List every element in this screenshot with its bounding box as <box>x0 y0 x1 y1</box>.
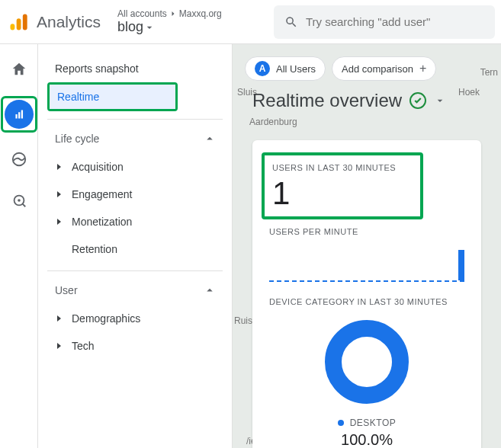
legend-label: DESKTOP <box>350 418 397 428</box>
svg-rect-1 <box>17 18 21 30</box>
topbar: Analytics All accounts Maxxq.org blog <box>0 0 501 44</box>
rail-reports[interactable] <box>5 100 34 129</box>
sidebar-item-label: Acquisition <box>72 161 124 173</box>
caret-right-icon <box>52 343 66 349</box>
legend-percent: 100.0% <box>341 431 393 448</box>
chevron-up-icon <box>203 132 217 146</box>
caret-right-icon <box>52 164 66 170</box>
sidebar-item-label: Realtime <box>57 91 99 103</box>
svg-point-9 <box>18 199 21 202</box>
device-label: DEVICE CATEGORY IN LAST 30 MINUTES <box>269 297 464 306</box>
report-sidebar: Reports snapshot Realtime Life cycle Acq… <box>38 44 233 448</box>
users-label: USERS IN LAST 30 MINUTES <box>272 163 396 172</box>
breadcrumb-account: Maxxq.org <box>179 8 222 19</box>
section-label: User <box>55 284 78 296</box>
search-input[interactable] <box>306 15 484 28</box>
search-bar[interactable] <box>274 5 495 39</box>
sidebar-item-demographics[interactable]: Demographics <box>47 305 223 332</box>
rail-home[interactable] <box>5 55 34 84</box>
svg-rect-4 <box>15 114 17 119</box>
highlight-reports <box>1 96 37 133</box>
account-selector[interactable]: All accounts Maxxq.org blog <box>117 8 222 35</box>
account-breadcrumb: All accounts Maxxq.org <box>117 8 222 19</box>
sidebar-item-label: Monetization <box>72 216 132 228</box>
brand-name: Analytics <box>37 13 101 31</box>
svg-rect-0 <box>11 24 15 30</box>
sidebar-item-engagement[interactable]: Engagement <box>47 181 223 208</box>
analytics-logo-icon <box>8 11 29 33</box>
chip-add-comparison[interactable]: Add comparison + <box>332 56 436 81</box>
donut-chart <box>325 320 409 404</box>
chevron-down-icon[interactable] <box>434 94 446 107</box>
caret-right-icon <box>52 191 66 197</box>
map-label: Tern <box>480 67 498 78</box>
comparison-chips: A All Users Add comparison + <box>245 56 436 81</box>
property-name: blog <box>117 19 143 35</box>
section-user[interactable]: User <box>47 271 223 305</box>
sidebar-item-label: Demographics <box>72 312 140 325</box>
sidebar-item-retention[interactable]: Retention <box>47 235 223 263</box>
sidebar-item-label: Tech <box>72 340 95 352</box>
legend-dot <box>338 420 344 426</box>
rail-explore[interactable] <box>5 145 34 174</box>
chip-all-users[interactable]: A All Users <box>245 56 326 81</box>
breadcrumb-all: All accounts <box>117 8 167 19</box>
chevron-up-icon <box>203 283 217 297</box>
map-label: Aardenburg <box>249 117 297 127</box>
sidebar-item-monetization[interactable]: Monetization <box>47 208 223 235</box>
page-title: Realtime overview <box>252 90 402 111</box>
sidebar-item-realtime[interactable]: Realtime <box>50 85 175 109</box>
legend: DESKTOP <box>338 418 397 428</box>
caret-down-icon <box>143 21 156 34</box>
users-per-minute-chart <box>269 247 464 282</box>
left-rail <box>0 44 38 448</box>
sidebar-item-label: Reports snapshot <box>55 62 139 75</box>
sidebar-item-snapshot[interactable]: Reports snapshot <box>38 55 223 82</box>
chip-label: Add comparison <box>342 63 413 75</box>
highlight-users: USERS IN LAST 30 MINUTES 1 <box>262 152 423 219</box>
chip-letter: A <box>255 61 270 76</box>
chart-bar <box>458 250 464 280</box>
chevron-right-icon <box>169 9 178 18</box>
plus-icon: + <box>419 62 426 75</box>
sidebar-item-acquisition[interactable]: Acquisition <box>47 153 223 181</box>
main-content: Sluis Aardenburg Hoek Tern Ruise /ielsbe… <box>233 44 501 448</box>
svg-rect-2 <box>23 14 27 30</box>
caret-right-icon <box>52 315 66 322</box>
section-lifecycle[interactable]: Life cycle <box>47 120 223 153</box>
status-ok-icon[interactable] <box>409 92 426 109</box>
chip-label: All Users <box>276 63 316 75</box>
sidebar-item-tech[interactable]: Tech <box>47 332 223 360</box>
search-icon <box>284 14 298 30</box>
sidebar-item-label: Engagement <box>72 188 132 200</box>
svg-rect-6 <box>21 110 22 119</box>
realtime-card: USERS IN LAST 30 MINUTES 1 USERS PER MIN… <box>252 140 481 448</box>
caret-right-icon <box>52 219 66 225</box>
highlight-realtime: Realtime <box>47 82 178 111</box>
device-donut: DESKTOP 100.0% <box>269 320 464 448</box>
svg-rect-5 <box>18 112 20 118</box>
users-value: 1 <box>272 175 396 212</box>
upm-label: USERS PER MINUTE <box>269 227 464 236</box>
rail-advertising[interactable] <box>5 186 34 215</box>
brand: Analytics <box>8 11 101 33</box>
page-title-row: Realtime overview <box>252 90 446 111</box>
map-label: Hoek <box>458 87 480 98</box>
section-label: Life cycle <box>55 133 99 145</box>
sidebar-item-label: Retention <box>72 243 117 255</box>
